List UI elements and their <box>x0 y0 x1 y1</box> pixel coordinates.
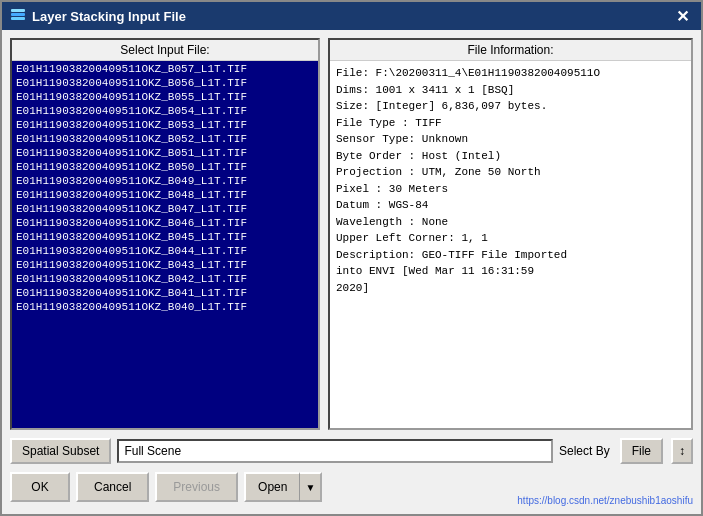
file-info-line: Pixel : 30 Meters <box>336 181 685 198</box>
file-info-line: File Type : TIFF <box>336 115 685 132</box>
main-content: Select Input File: E01H119038200409511OK… <box>2 30 701 514</box>
file-info-line: 2020] <box>336 280 685 297</box>
svg-rect-0 <box>11 13 25 16</box>
list-item[interactable]: E01H119038200409511OKZ_B057_L1T.TIF <box>13 62 317 76</box>
window-title: Layer Stacking Input File <box>32 9 186 24</box>
list-item[interactable]: E01H119038200409511OKZ_B041_L1T.TIF <box>13 286 317 300</box>
cancel-button[interactable]: Cancel <box>76 472 149 502</box>
list-item[interactable]: E01H119038200409511OKZ_B051_L1T.TIF <box>13 146 317 160</box>
open-button[interactable]: Open <box>244 472 299 502</box>
open-dropdown: Open ▼ <box>244 472 322 502</box>
file-info-line: Datum : WGS-84 <box>336 197 685 214</box>
list-item[interactable]: E01H119038200409511OKZ_B055_L1T.TIF <box>13 90 317 104</box>
close-button[interactable]: ✕ <box>672 7 693 26</box>
sort-button[interactable]: ↕ <box>671 438 693 464</box>
file-info-line: Byte Order : Host (Intel) <box>336 148 685 165</box>
svg-rect-2 <box>11 9 25 12</box>
list-item[interactable]: E01H119038200409511OKZ_B050_L1T.TIF <box>13 160 317 174</box>
file-info-line: Description: GEO-TIFF File Imported <box>336 247 685 264</box>
spatial-subset-input[interactable] <box>117 439 553 463</box>
title-bar: Layer Stacking Input File ✕ <box>2 2 701 30</box>
list-item[interactable]: E01H119038200409511OKZ_B042_L1T.TIF <box>13 272 317 286</box>
file-list[interactable]: E01H119038200409511OKZ_B057_L1T.TIFE01H1… <box>12 61 318 428</box>
file-info-line: Sensor Type: Unknown <box>336 131 685 148</box>
right-panel: File Information: File: F:\20200311_4\E0… <box>328 38 693 430</box>
svg-rect-1 <box>11 17 25 20</box>
open-arrow-button[interactable]: ▼ <box>299 472 322 502</box>
list-item[interactable]: E01H119038200409511OKZ_B053_L1T.TIF <box>13 118 317 132</box>
spatial-subset-row: Spatial Subset Select By File ↕ <box>10 438 693 464</box>
left-panel-header: Select Input File: <box>12 40 318 61</box>
main-window: Layer Stacking Input File ✕ Select Input… <box>0 0 703 516</box>
previous-button[interactable]: Previous <box>155 472 238 502</box>
list-item[interactable]: E01H119038200409511OKZ_B047_L1T.TIF <box>13 202 317 216</box>
list-item[interactable]: E01H119038200409511OKZ_B054_L1T.TIF <box>13 104 317 118</box>
file-info-line: Wavelength : None <box>336 214 685 231</box>
right-panel-header: File Information: <box>330 40 691 61</box>
file-info-line: File: F:\20200311_4\E01H119038200409511O <box>336 65 685 82</box>
list-item[interactable]: E01H119038200409511OKZ_B044_L1T.TIF <box>13 244 317 258</box>
ok-button[interactable]: OK <box>10 472 70 502</box>
select-by-label: Select By <box>559 444 610 458</box>
left-panel: Select Input File: E01H119038200409511OK… <box>10 38 320 430</box>
list-item[interactable]: E01H119038200409511OKZ_B056_L1T.TIF <box>13 76 317 90</box>
list-item[interactable]: E01H119038200409511OKZ_B049_L1T.TIF <box>13 174 317 188</box>
file-info-line: into ENVI [Wed Mar 11 16:31:59 <box>336 263 685 280</box>
file-info-line: Upper Left Corner: 1, 1 <box>336 230 685 247</box>
spatial-subset-button[interactable]: Spatial Subset <box>10 438 111 464</box>
list-item[interactable]: E01H119038200409511OKZ_B046_L1T.TIF <box>13 216 317 230</box>
select-by-file-button[interactable]: File <box>620 438 663 464</box>
buttons-row: OK Cancel Previous Open ▼ https://blog.c… <box>10 472 693 506</box>
file-info-line: Size: [Integer] 6,836,097 bytes. <box>336 98 685 115</box>
file-info-line: Projection : UTM, Zone 50 North <box>336 164 685 181</box>
file-info-line: Dims: 1001 x 3411 x 1 [BSQ] <box>336 82 685 99</box>
list-item[interactable]: E01H119038200409511OKZ_B045_L1T.TIF <box>13 230 317 244</box>
list-item[interactable]: E01H119038200409511OKZ_B040_L1T.TIF <box>13 300 317 314</box>
list-item[interactable]: E01H119038200409511OKZ_B048_L1T.TIF <box>13 188 317 202</box>
layers-icon <box>10 8 26 24</box>
file-info: File: F:\20200311_4\E01H119038200409511O… <box>330 61 691 428</box>
panels-row: Select Input File: E01H119038200409511OK… <box>10 38 693 430</box>
watermark: https://blog.csdn.net/znebushib1aoshifu <box>517 495 693 506</box>
list-item[interactable]: E01H119038200409511OKZ_B052_L1T.TIF <box>13 132 317 146</box>
file-list-container: E01H119038200409511OKZ_B057_L1T.TIFE01H1… <box>12 61 318 428</box>
list-item[interactable]: E01H119038200409511OKZ_B043_L1T.TIF <box>13 258 317 272</box>
